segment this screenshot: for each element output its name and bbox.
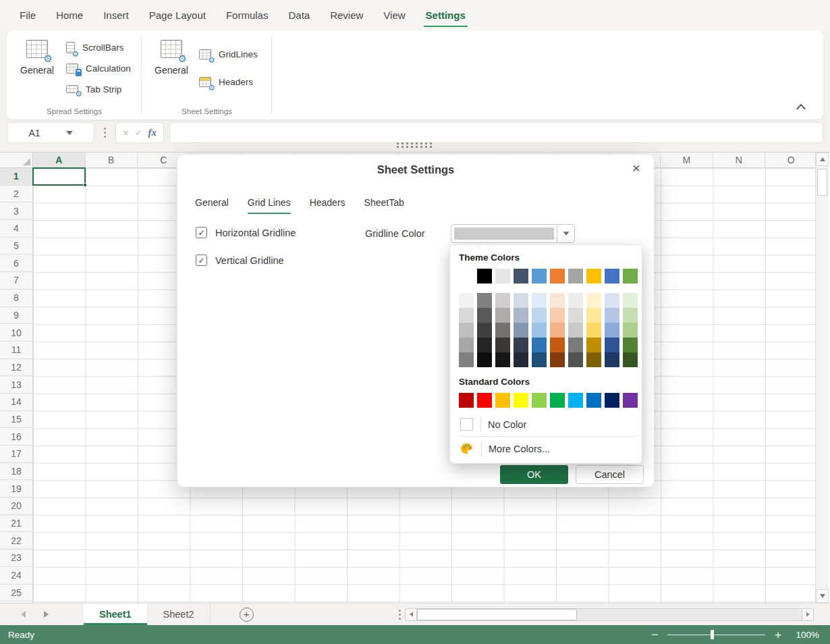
theme-variant-swatch[interactable]: [550, 323, 565, 338]
theme-variant-swatch[interactable]: [532, 338, 547, 352]
row-header-1[interactable]: 1: [0, 168, 33, 186]
theme-color-swatch[interactable]: [623, 269, 638, 284]
theme-variant-swatch[interactable]: [477, 293, 492, 308]
fill-handle[interactable]: [83, 183, 87, 187]
row-header-14[interactable]: 14: [0, 394, 33, 411]
row-header-22[interactable]: 22: [0, 532, 33, 549]
row-header-13[interactable]: 13: [0, 376, 33, 394]
theme-variant-swatch[interactable]: [514, 352, 528, 367]
theme-variant-swatch[interactable]: [568, 338, 583, 352]
standard-color-swatch[interactable]: [550, 393, 565, 408]
theme-color-swatch[interactable]: [459, 269, 474, 284]
horizontal-scroll-thumb[interactable]: [417, 609, 577, 620]
theme-variant-swatch[interactable]: [605, 352, 619, 367]
row-header-15[interactable]: 15: [0, 411, 33, 429]
horizontal-scrollbar[interactable]: [405, 608, 814, 621]
theme-variant-swatch[interactable]: [605, 293, 619, 308]
row-header-19[interactable]: 19: [0, 480, 33, 498]
ribbon-tab-formulas[interactable]: Formulas: [216, 0, 279, 30]
theme-variant-swatch[interactable]: [459, 338, 474, 352]
select-all-corner[interactable]: [0, 153, 33, 168]
theme-variant-swatch[interactable]: [568, 352, 583, 367]
row-header-16[interactable]: 16: [0, 428, 33, 446]
spread-general-button[interactable]: ⚙ General: [16, 40, 59, 76]
add-sheet-button[interactable]: +: [240, 608, 254, 622]
row-header-9[interactable]: 9: [0, 307, 33, 325]
sheet-tab-sheet1[interactable]: Sheet1: [84, 603, 148, 625]
sheetbar-resize-handle[interactable]: [399, 610, 401, 620]
ok-button[interactable]: OK: [500, 465, 568, 484]
theme-variant-swatch[interactable]: [477, 338, 492, 352]
dialog-tab-headers[interactable]: Headers: [310, 197, 345, 208]
theme-variant-swatch[interactable]: [623, 323, 638, 338]
scrollbars-button[interactable]: ⚙ ScrollBars: [66, 40, 124, 55]
theme-color-swatch[interactable]: [477, 269, 492, 284]
theme-variant-swatch[interactable]: [605, 323, 619, 338]
row-header-24[interactable]: 24: [0, 567, 33, 585]
row-header-12[interactable]: 12: [0, 359, 33, 377]
row-header-6[interactable]: 6: [0, 254, 33, 272]
ribbon-tab-home[interactable]: Home: [46, 0, 93, 30]
theme-variant-swatch[interactable]: [459, 323, 474, 338]
ribbon-tab-file[interactable]: File: [9, 0, 46, 30]
sheet-general-button[interactable]: ⚙ General: [150, 40, 193, 76]
theme-variant-swatch[interactable]: [514, 338, 528, 352]
theme-variant-swatch[interactable]: [495, 323, 510, 338]
column-header-m[interactable]: M: [661, 153, 713, 168]
scroll-track[interactable]: [577, 609, 802, 620]
theme-variant-swatch[interactable]: [514, 323, 528, 338]
ribbon-tab-view[interactable]: View: [373, 0, 415, 30]
theme-variant-swatch[interactable]: [477, 323, 492, 338]
theme-variant-swatch[interactable]: [623, 308, 638, 323]
theme-variant-swatch[interactable]: [550, 338, 565, 352]
theme-variant-swatch[interactable]: [495, 352, 510, 367]
ribbon-tab-page-layout[interactable]: Page Layout: [139, 0, 216, 30]
standard-color-swatch[interactable]: [623, 393, 638, 408]
formula-input[interactable]: [169, 122, 823, 143]
theme-variant-swatch[interactable]: [586, 323, 601, 338]
row-header-4[interactable]: 4: [0, 220, 33, 238]
zoom-out-button[interactable]: −: [651, 629, 658, 641]
standard-color-swatch[interactable]: [586, 393, 601, 408]
theme-variant-swatch[interactable]: [532, 323, 547, 338]
gridlines-button[interactable]: ⚙ GridLines: [199, 47, 258, 61]
theme-variant-swatch[interactable]: [550, 308, 565, 323]
row-header-5[interactable]: 5: [0, 238, 33, 255]
row-header-21[interactable]: 21: [0, 515, 33, 533]
checkbox-vertical-gridline[interactable]: ✓Vertical Gridline: [196, 254, 296, 266]
ribbon-tab-review[interactable]: Review: [320, 0, 373, 30]
checkbox-horizontal-gridline[interactable]: ✓Horizontal Gridline: [196, 227, 296, 238]
standard-color-swatch[interactable]: [477, 393, 492, 408]
theme-variant-swatch[interactable]: [514, 308, 528, 323]
theme-color-swatch[interactable]: [550, 269, 565, 284]
dropdown-arrow-button[interactable]: [557, 225, 574, 242]
row-header-7[interactable]: 7: [0, 272, 33, 290]
theme-variant-swatch[interactable]: [568, 323, 583, 338]
theme-variant-swatch[interactable]: [532, 352, 547, 367]
cancel-button[interactable]: Cancel: [576, 465, 644, 484]
ribbon-tab-settings[interactable]: Settings: [416, 0, 476, 30]
column-header-a[interactable]: A: [33, 153, 86, 168]
theme-variant-swatch[interactable]: [623, 293, 638, 308]
theme-color-swatch[interactable]: [495, 269, 510, 284]
collapse-ribbon-icon[interactable]: [798, 103, 804, 110]
vertical-scroll-thumb[interactable]: [817, 169, 827, 196]
theme-variant-swatch[interactable]: [550, 293, 565, 308]
theme-color-swatch[interactable]: [568, 269, 583, 284]
column-header-b[interactable]: B: [86, 153, 138, 168]
vertical-scrollbar[interactable]: [815, 153, 829, 603]
theme-variant-swatch[interactable]: [605, 308, 619, 323]
theme-variant-swatch[interactable]: [477, 308, 492, 323]
theme-variant-swatch[interactable]: [495, 293, 510, 308]
tab-strip-button[interactable]: ⚙ Tab Strip: [66, 82, 121, 97]
dialog-tab-grid-lines[interactable]: Grid Lines: [248, 197, 291, 208]
theme-color-swatch[interactable]: [532, 269, 547, 284]
zoom-slider-thumb[interactable]: [711, 630, 714, 639]
row-header-23[interactable]: 23: [0, 549, 33, 567]
theme-variant-swatch[interactable]: [586, 293, 601, 308]
theme-variant-swatch[interactable]: [586, 308, 601, 323]
theme-variant-swatch[interactable]: [532, 308, 547, 323]
more-colors-option[interactable]: More Colors...: [459, 439, 636, 458]
theme-variant-swatch[interactable]: [623, 338, 638, 352]
column-header-o[interactable]: O: [765, 153, 815, 168]
